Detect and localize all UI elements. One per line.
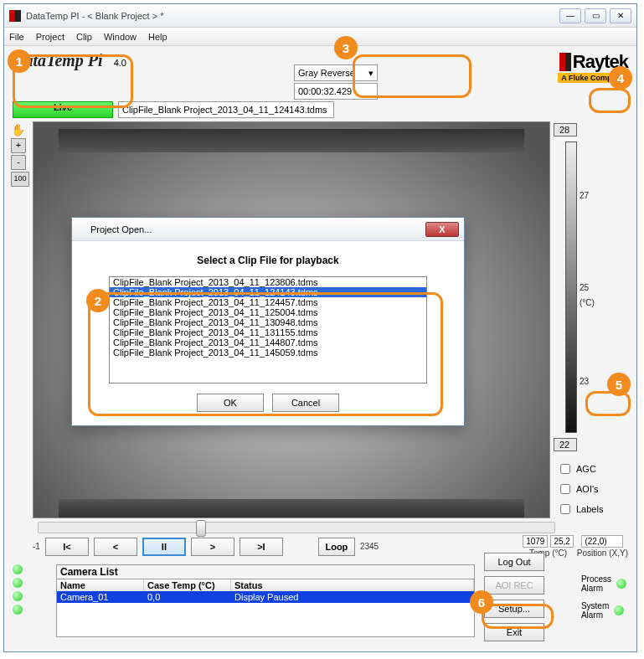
hand-icon[interactable]: ✋ (11, 123, 29, 136)
logout-button[interactable]: Log Out (484, 553, 544, 571)
clip-time: 00:00:32.429 (294, 83, 378, 100)
led-indicator (13, 564, 23, 574)
list-item[interactable]: ClipFile_Blank Project_2013_04_11_125004… (110, 307, 426, 317)
scale-min[interactable]: 22 (554, 438, 577, 451)
dialog-icon (77, 224, 87, 234)
minimize-button[interactable]: — (559, 8, 581, 23)
app-title: DataTemp Pi (13, 51, 103, 70)
scale-tick: 27 (580, 191, 589, 200)
menu-file[interactable]: File (9, 32, 24, 42)
menu-project[interactable]: Project (36, 32, 64, 42)
camera-table: Name Case Temp (°C) Status Camera_01 0,0… (56, 579, 475, 637)
cell-case: 0,0 (144, 591, 231, 603)
list-item[interactable]: ClipFile_Blank Project_2013_04_11_124457… (110, 297, 426, 307)
process-alarm-led (616, 579, 626, 589)
led-indicator (13, 591, 23, 601)
clip-file-list[interactable]: ClipFile_Blank Project_2013_04_11_123806… (109, 276, 427, 384)
col-status[interactable]: Status (231, 579, 474, 591)
aoi-rec-button[interactable]: AOI REC (484, 576, 544, 595)
ok-button[interactable]: OK (197, 394, 264, 412)
dialog-close-button[interactable]: X (425, 222, 459, 237)
col-name[interactable]: Name (57, 579, 144, 591)
table-row[interactable]: Camera_01 0,0 Display Paused (57, 591, 474, 603)
temp-value: 25,2 (550, 535, 573, 548)
list-item[interactable]: ClipFile_Blank Project_2013_04_11_123806… (110, 277, 426, 287)
maximize-button[interactable]: ▭ (585, 8, 606, 23)
palette-select[interactable]: Gray Reverse ▾ (294, 64, 378, 81)
brand-sub: A Fluke Company (558, 73, 628, 83)
live-button[interactable]: Live (13, 101, 113, 118)
process-alarm-label: Process Alarm (581, 574, 611, 593)
slider-max-label: 2345 (360, 542, 379, 551)
loop-button[interactable]: Loop (318, 538, 355, 556)
chevron-down-icon: ▾ (368, 68, 374, 79)
prev-frame-button[interactable]: < (94, 538, 137, 556)
list-item[interactable]: ClipFile_Blank Project_2013_04_11_130948… (110, 317, 426, 327)
scale-tick: 25 (580, 283, 589, 292)
menu-window[interactable]: Window (104, 32, 137, 42)
scale-tick: 23 (580, 377, 589, 386)
list-item[interactable]: ClipFile_Blank Project_2013_04_11_145059… (110, 348, 426, 358)
zoom-in-button[interactable]: + (11, 138, 26, 153)
exit-button[interactable]: Exit (484, 623, 544, 641)
last-frame-button[interactable]: >I (240, 538, 283, 556)
list-item[interactable]: ClipFile_Blank Project_2013_04_11_144807… (110, 337, 426, 348)
led-indicator (13, 578, 23, 588)
slider-min-label: -1 (33, 542, 40, 551)
cell-name: Camera_01 (57, 591, 144, 603)
close-button[interactable]: ✕ (610, 8, 631, 23)
camera-list-title: Camera List (56, 564, 475, 579)
brand-name: Raytek (573, 51, 628, 73)
next-frame-button[interactable]: > (191, 538, 234, 556)
frame-slider[interactable] (38, 522, 555, 533)
setup-button[interactable]: Setup... (484, 600, 544, 618)
app-icon (9, 10, 21, 22)
cell-status: Display Paused (231, 591, 474, 603)
list-item[interactable]: ClipFile_Blank Project_2013_04_11_131155… (110, 327, 426, 337)
col-case-temp[interactable]: Case Temp (°C) (144, 579, 231, 591)
system-alarm-label: System Alarm (581, 601, 609, 620)
agc-checkbox[interactable]: AGC (557, 461, 603, 476)
aoi-checkbox[interactable]: AOI's (557, 481, 603, 497)
cancel-button[interactable]: Cancel (272, 394, 339, 412)
position-value: (22,0) (581, 535, 623, 548)
menu-clip[interactable]: Clip (76, 32, 92, 42)
system-alarm-led (614, 605, 624, 615)
scale-unit: (°C) (580, 298, 595, 307)
dialog-instruction: Select a Clip File for playback (89, 255, 447, 266)
frame-value: 1079 (523, 535, 548, 548)
list-item[interactable]: ClipFile_Blank Project_2013_04_11_124143… (110, 287, 426, 297)
led-indicator (13, 605, 23, 615)
menu-help[interactable]: Help (148, 32, 167, 42)
brand-icon (559, 53, 571, 71)
palette-value: Gray Reverse (298, 68, 355, 78)
color-scale: 27 25 (°C) 23 (565, 142, 577, 433)
project-open-dialog: Project Open... X Select a Clip File for… (71, 217, 465, 426)
clip-file-field: ClipFile_Blank Project_2013_04_11_124143… (118, 101, 334, 118)
zoom-out-button[interactable]: - (11, 155, 26, 170)
window-title: DataTemp PI - < Blank Project > * (26, 11, 559, 21)
scale-max[interactable]: 28 (554, 123, 577, 136)
position-label: Position (X,Y) (577, 548, 628, 558)
labels-checkbox[interactable]: Labels (557, 502, 603, 517)
first-frame-button[interactable]: I< (45, 538, 89, 556)
app-version: 4.0 (114, 58, 126, 68)
zoom-100-button[interactable]: 100 (11, 172, 29, 187)
dialog-title: Project Open... (90, 224, 152, 234)
pause-button[interactable]: II (142, 538, 186, 556)
